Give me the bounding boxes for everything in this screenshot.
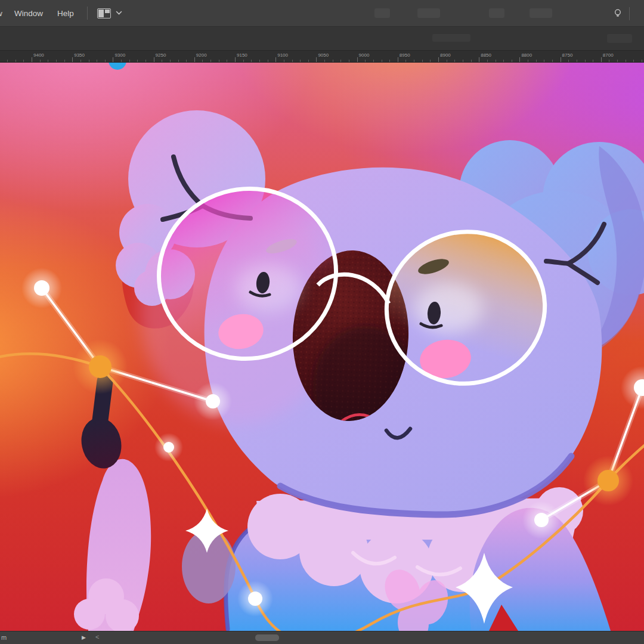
ruler-minor-tick [536, 60, 537, 62]
ghost-control [432, 34, 470, 42]
ruler-minor-tick [422, 60, 423, 62]
ruler-minor-tick [202, 60, 203, 62]
workspace-switcher-icon[interactable] [97, 8, 111, 18]
ruler-unit-label: 9250 [156, 52, 166, 58]
prev-artboard-icon[interactable]: < [95, 633, 99, 640]
ruler-minor-tick [487, 60, 488, 62]
ruler-minor-tick [642, 60, 642, 62]
ruler-major-tick [275, 57, 276, 62]
menubar-separator [87, 7, 88, 20]
ruler-minor-tick [308, 60, 309, 62]
options-bar [0, 27, 644, 51]
ruler-minor-tick [324, 60, 325, 62]
ghost-button [417, 8, 440, 18]
lightbulb-icon[interactable] [609, 0, 627, 27]
ruler-unit-label: 9150 [237, 52, 247, 58]
illustration-app-window: { "menu_bar": { "partial_left_item": "w"… [0, 0, 644, 644]
ruler-minor-tick [454, 60, 455, 62]
chevron-down-icon[interactable] [116, 11, 122, 16]
ruler-unit-label: 9050 [318, 52, 329, 58]
ruler-unit-label: 9100 [277, 52, 288, 58]
ghost-button [489, 8, 504, 18]
ruler-minor-tick [23, 60, 24, 62]
ruler-major-tick [479, 57, 479, 62]
ruler-major-tick [235, 57, 236, 62]
ruler-minor-tick [243, 60, 244, 62]
ruler-minor-tick [210, 60, 211, 62]
ruler-unit-label: 8750 [562, 52, 573, 58]
ruler-major-tick [519, 57, 520, 62]
artboard-canvas[interactable] [0, 63, 644, 631]
ruler-minor-tick [414, 60, 414, 62]
ruler-minor-tick [40, 60, 41, 62]
ruler-minor-tick [382, 60, 382, 62]
ruler-unit-label: 8850 [481, 52, 491, 58]
ruler-minor-tick [405, 60, 406, 62]
ghost-control [607, 34, 632, 43]
menubar-separator [629, 7, 630, 20]
ruler-minor-tick [430, 60, 431, 62]
ruler-major-tick [154, 57, 154, 62]
next-artboard-icon[interactable]: ▶ [82, 634, 86, 640]
ruler-unit-label: 8950 [400, 52, 410, 58]
ruler-unit-label: 9300 [114, 52, 125, 58]
ghost-button [374, 8, 390, 18]
ruler-minor-tick [585, 60, 586, 62]
ruler-minor-tick [365, 60, 366, 62]
ruler-unit-label: 9000 [359, 52, 370, 58]
koala-left-arm [74, 459, 151, 631]
ruler-minor-tick [56, 60, 57, 62]
koala-artwork [0, 63, 644, 631]
ruler-minor-tick [186, 60, 187, 62]
menu-item-window[interactable]: Window [7, 0, 50, 27]
ruler-minor-tick [300, 60, 301, 62]
ruler-minor-tick [89, 60, 89, 62]
ruler-major-tick [113, 57, 113, 62]
ruler-minor-tick [617, 60, 618, 62]
ruler-minor-tick [389, 60, 390, 62]
ruler-minor-tick [333, 60, 333, 62]
ruler-minor-tick [626, 60, 626, 62]
ruler-unit-label: 8700 [603, 52, 614, 58]
ruler-major-tick [601, 57, 602, 62]
ruler-unit-label: 8900 [440, 52, 451, 58]
ruler-minor-tick [609, 60, 609, 62]
ruler-minor-tick [471, 60, 472, 62]
ruler-minor-tick [178, 60, 179, 62]
ruler[interactable]: 9400935093009250920091509100905090008950… [0, 51, 644, 63]
ruler-minor-tick [528, 60, 528, 62]
ruler-minor-tick [633, 60, 634, 62]
ruler-minor-tick [137, 60, 138, 62]
ruler-minor-tick [80, 60, 81, 62]
ruler-minor-tick [145, 60, 146, 62]
ruler-minor-tick [503, 60, 504, 62]
ruler-minor-tick [251, 60, 252, 62]
ruler-minor-tick [48, 60, 48, 62]
horizontal-scrollbar-thumb[interactable] [255, 634, 279, 641]
status-bar: m ▶ < [0, 631, 644, 644]
ruler-major-tick [316, 57, 317, 62]
ruler-minor-tick [97, 60, 97, 62]
ruler-major-tick [438, 57, 439, 62]
ruler-minor-tick [447, 60, 447, 62]
ruler-minor-tick [129, 60, 130, 62]
menu-item-partial[interactable]: w [0, 9, 7, 18]
ghost-button [530, 8, 552, 18]
menu-bar: w Window Help [0, 0, 644, 27]
ruler-minor-tick [552, 60, 553, 62]
ruler-minor-tick [259, 60, 260, 62]
ruler-major-tick [357, 57, 358, 62]
ruler-minor-tick [496, 60, 496, 62]
ruler-minor-tick [7, 60, 8, 62]
ruler-unit-label: 9400 [33, 52, 44, 58]
ruler-unit-label: 9350 [74, 52, 85, 58]
ruler-minor-tick [121, 60, 122, 62]
ruler-major-tick [194, 57, 195, 62]
menu-item-help[interactable]: Help [50, 0, 81, 27]
ruler-minor-tick [284, 60, 284, 62]
ruler-minor-tick [16, 60, 16, 62]
ruler-minor-tick [568, 60, 569, 62]
ruler-major-tick [561, 57, 561, 62]
ruler-minor-tick [162, 60, 162, 62]
ruler-minor-tick [340, 60, 341, 62]
